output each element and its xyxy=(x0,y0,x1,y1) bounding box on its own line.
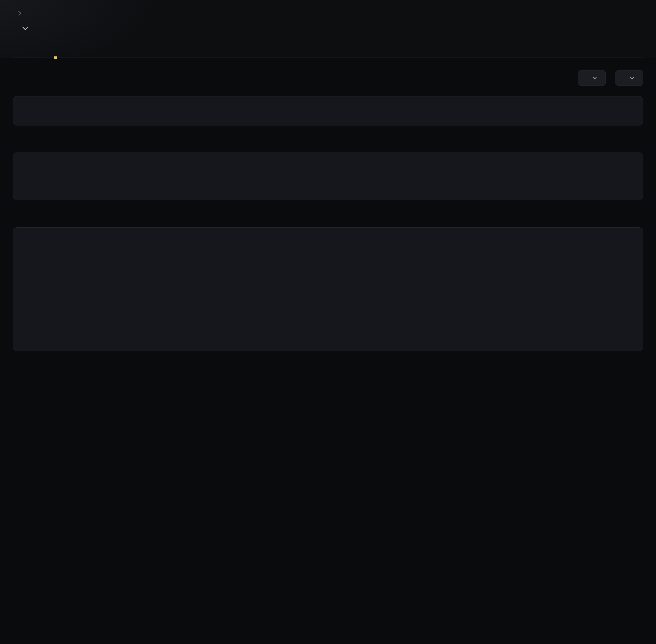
target-switcher-chevron-down-icon[interactable] xyxy=(20,24,30,33)
breadcrumb xyxy=(13,10,643,17)
chevron-down-icon xyxy=(591,75,598,81)
timeline-y-axis xyxy=(22,269,56,325)
stats-summary-card xyxy=(13,96,643,125)
timeline-top-axis xyxy=(61,256,633,269)
main-content xyxy=(0,70,656,367)
tab-history[interactable] xyxy=(34,48,37,58)
page-header xyxy=(0,0,656,58)
tab-laboratory[interactable] xyxy=(74,48,77,58)
tab-operations[interactable] xyxy=(54,48,57,58)
tab-schema[interactable] xyxy=(14,48,17,58)
timeline-plot-area[interactable] xyxy=(61,269,634,325)
timeline-bottom-axis xyxy=(61,325,633,338)
graphql-hive-dashboard xyxy=(0,0,656,644)
clients-card xyxy=(13,153,643,200)
time-range-dropdown[interactable] xyxy=(615,70,643,86)
tab-bar xyxy=(13,48,643,58)
chevron-down-icon xyxy=(629,75,635,81)
timeline-chart[interactable] xyxy=(22,256,634,338)
operations-over-time-card xyxy=(13,227,643,351)
operations-filter-dropdown[interactable] xyxy=(578,70,606,86)
filters-toolbar xyxy=(13,70,643,86)
chevron-right-icon xyxy=(18,10,22,17)
